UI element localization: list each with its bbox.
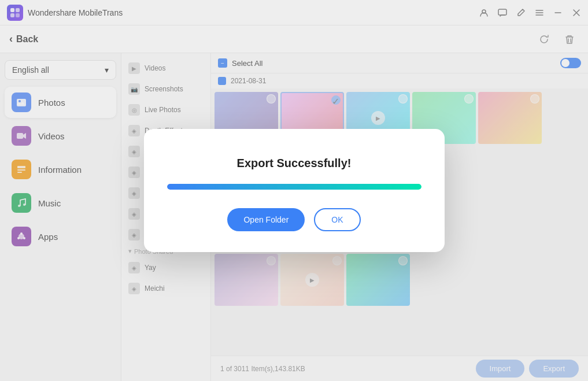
dialog-buttons: Open Folder OK: [227, 208, 360, 231]
dialog-title: Export Successfully!: [237, 157, 352, 170]
modal-overlay: Export Successfully! Open Folder OK: [0, 0, 588, 381]
progress-bar-container: [167, 184, 421, 190]
ok-button[interactable]: OK: [314, 208, 360, 231]
export-success-dialog: Export Successfully! Open Folder OK: [144, 129, 445, 252]
open-folder-button[interactable]: Open Folder: [227, 208, 305, 231]
progress-bar-fill: [167, 184, 421, 190]
